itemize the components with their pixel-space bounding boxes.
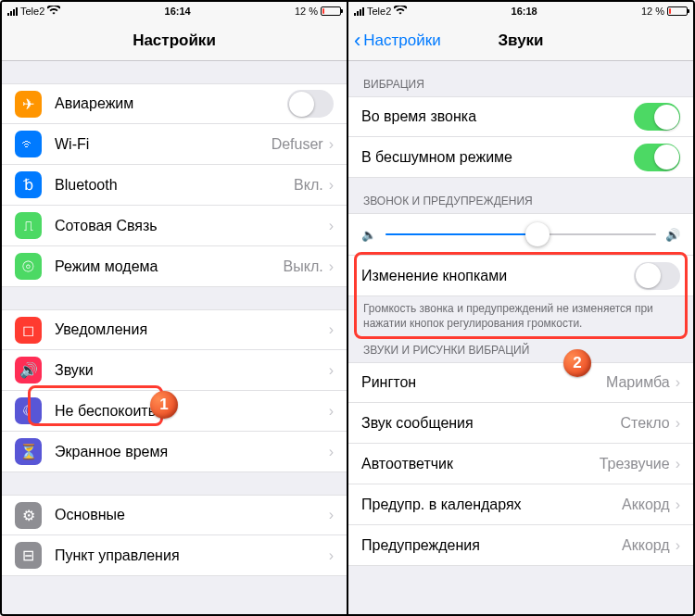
battery-icon — [667, 6, 688, 16]
settings-list[interactable]: ✈АвиарежимᯤWi-FiDefuser›␢BluetoothВкл.›⎍… — [2, 61, 347, 614]
chevron-right-icon: › — [329, 218, 334, 234]
airplane-icon: ✈ — [15, 91, 42, 118]
wifi-icon: ᯤ — [15, 131, 42, 157]
chevron-right-icon: › — [329, 444, 334, 460]
chevron-right-icon: › — [329, 547, 334, 564]
chevron-right-icon: › — [676, 415, 680, 432]
hotspot-icon: ⦾ — [15, 253, 42, 280]
settings-row-screentime[interactable]: ⏳Экранное время› — [2, 432, 347, 472]
row-label: Автоответчик — [361, 456, 600, 472]
volume-high-icon: 🔊 — [665, 228, 680, 242]
settings-row-notifications[interactable]: ◻Уведомления› — [2, 309, 347, 350]
chevron-right-icon: › — [676, 497, 680, 513]
toggle[interactable] — [287, 90, 334, 118]
row-label: Предупреждения — [361, 537, 622, 554]
back-label: Настройки — [363, 31, 440, 50]
row-label: Bluetooth — [55, 177, 294, 194]
row-change-with-buttons[interactable]: Изменение кнопками — [348, 256, 693, 296]
chevron-right-icon: › — [329, 258, 334, 275]
row-value: Аккорд — [622, 537, 670, 554]
screentime-icon: ⏳ — [15, 438, 42, 465]
row-value: Маримба — [606, 374, 670, 391]
settings-row-sounds[interactable]: 🔊Звуки› — [2, 350, 347, 391]
signal-icon — [7, 7, 18, 16]
row-label: Звук сообщения — [361, 415, 620, 432]
sound-row[interactable]: ПредупрежденияАккорд› — [348, 525, 693, 566]
settings-row-bluetooth[interactable]: ␢BluetoothВкл.› — [2, 165, 347, 206]
back-button[interactable]: ‹ Настройки — [354, 31, 441, 51]
section-ringer: ЗВОНОК И ПРЕДУПРЕЖДЕНИЯ — [348, 178, 693, 213]
signal-icon — [354, 7, 364, 16]
clock: 16:14 — [165, 6, 191, 17]
dnd-icon: ☾ — [15, 397, 42, 424]
chevron-right-icon: › — [329, 362, 334, 379]
battery-icon — [321, 6, 341, 16]
row-label: Не беспокоить — [55, 403, 329, 420]
chevron-right-icon: › — [676, 537, 680, 554]
wifi-status-icon — [394, 6, 407, 17]
ringer-footer: Громкость звонка и предупреждений не изм… — [348, 296, 693, 334]
section-vibration: ВИБРАЦИЯ — [348, 61, 693, 96]
row-label: Основные — [55, 507, 329, 523]
settings-row-general[interactable]: ⚙Основные› — [2, 495, 347, 535]
chevron-right-icon: › — [676, 374, 680, 391]
chevron-right-icon: › — [329, 177, 334, 194]
battery-pct: 12 % — [641, 6, 664, 17]
row-value: Аккорд — [622, 497, 670, 513]
row-ringer-volume[interactable]: 🔈 🔊 — [348, 213, 693, 256]
controlcenter-icon: ⊟ — [15, 542, 42, 569]
row-value: Вкл. — [294, 177, 323, 194]
notifications-icon: ◻ — [15, 317, 42, 344]
row-value: Defuser — [272, 136, 323, 153]
section-sound-patterns: ЗВУКИ И РИСУНКИ ВИБРАЦИЙ — [348, 334, 693, 362]
settings-row-controlcenter[interactable]: ⊟Пункт управления› — [2, 535, 347, 576]
battery-pct: 12 % — [295, 6, 318, 17]
volume-slider[interactable] — [385, 233, 656, 235]
row-value: Выкл. — [284, 258, 323, 275]
carrier-label: Tele2 — [20, 6, 44, 17]
sound-row[interactable]: Звук сообщенияСтекло› — [348, 403, 693, 444]
nav-bar: Настройки — [2, 20, 347, 61]
sounds-settings-screen: Tele2 16:18 12 % ‹ Настройки Звуки ВИБРА… — [347, 2, 693, 614]
settings-row-hotspot[interactable]: ⦾Режим модемаВыкл.› — [2, 246, 347, 287]
row-vibrate-on-ring[interactable]: Во время звонка — [348, 96, 693, 137]
volume-low-icon: 🔈 — [361, 228, 376, 242]
page-title: Звуки — [498, 31, 543, 50]
page-title: Настройки — [133, 31, 216, 50]
chevron-right-icon: › — [329, 403, 334, 420]
toggle-vibrate-on-silent[interactable] — [634, 144, 680, 171]
row-label: Авиарежим — [55, 95, 287, 112]
row-label: Сотовая Связь — [55, 218, 329, 234]
row-label: Звуки — [55, 362, 329, 379]
wifi-status-icon — [47, 6, 60, 17]
row-label: Режим модема — [55, 258, 284, 275]
sound-row[interactable]: АвтоответчикТрезвучие› — [348, 444, 693, 484]
carrier-label: Tele2 — [367, 6, 391, 17]
row-label: Рингтон — [361, 374, 606, 391]
row-label: Уведомления — [55, 321, 329, 338]
settings-row-airplane[interactable]: ✈Авиарежим — [2, 83, 347, 124]
row-value: Трезвучие — [600, 456, 670, 472]
chevron-right-icon: › — [676, 456, 680, 472]
row-label: Экранное время — [55, 444, 329, 460]
sound-row[interactable]: Предупр. в календаряхАккорд› — [348, 484, 693, 525]
toggle-change-with-buttons[interactable] — [634, 262, 680, 290]
settings-root-screen: Tele2 16:14 12 % Настройки ✈АвиарежимᯤWi… — [2, 2, 347, 614]
row-vibrate-on-silent[interactable]: В бесшумном режиме — [348, 137, 693, 178]
settings-row-dnd[interactable]: ☾Не беспокоить› — [2, 391, 347, 432]
chevron-left-icon: ‹ — [354, 31, 360, 51]
chevron-right-icon: › — [329, 507, 334, 523]
sound-row[interactable]: РингтонМаримба› — [348, 362, 693, 403]
clock: 16:18 — [512, 6, 537, 17]
toggle-vibrate-on-ring[interactable] — [634, 103, 680, 131]
sounds-list[interactable]: ВИБРАЦИЯ Во время звонка В бесшумном реж… — [348, 61, 693, 614]
settings-row-wifi[interactable]: ᯤWi-FiDefuser› — [2, 124, 347, 165]
sounds-icon: 🔊 — [15, 357, 42, 383]
bluetooth-icon: ␢ — [15, 171, 42, 198]
chevron-right-icon: › — [329, 321, 334, 338]
status-bar: Tele2 16:18 12 % — [348, 2, 693, 20]
cellular-icon: ⎍ — [15, 212, 42, 239]
row-label: Wi-Fi — [55, 136, 272, 153]
general-icon: ⚙ — [15, 502, 42, 529]
settings-row-cellular[interactable]: ⎍Сотовая Связь› — [2, 206, 347, 246]
